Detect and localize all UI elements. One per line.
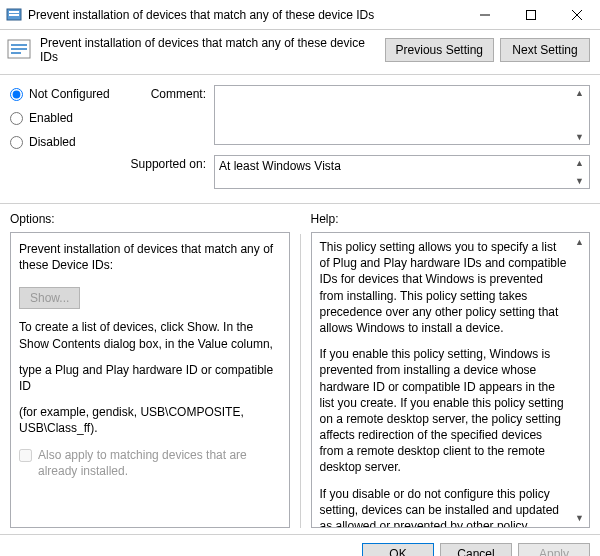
help-p3: If you disable or do not configure this … [320,486,570,528]
radio-not-configured-label: Not Configured [29,87,110,101]
supported-label: Supported on: [130,155,214,189]
cancel-button[interactable]: Cancel [440,543,512,556]
sub-header: Prevent installation of devices that mat… [0,30,600,75]
lower-area: Options: Prevent installation of devices… [0,204,600,534]
options-column: Options: Prevent installation of devices… [0,204,300,534]
app-icon [6,7,22,23]
also-apply-checkbox[interactable] [19,449,32,462]
maximize-button[interactable] [508,0,554,30]
radio-disabled-label: Disabled [29,135,76,149]
policy-icon [6,36,34,64]
options-hint2: type a Plug and Play hardware ID or comp… [19,362,281,394]
help-p2: If you enable this policy setting, Windo… [320,346,570,476]
svg-rect-9 [11,48,27,50]
scroll-down-icon[interactable]: ▼ [572,513,587,523]
ok-button[interactable]: OK [362,543,434,556]
radio-not-configured[interactable]: Not Configured [10,87,130,101]
previous-setting-button[interactable]: Previous Setting [385,38,494,62]
options-header: Options: [10,212,290,226]
config-area: Not Configured Enabled Disabled Comment:… [0,75,600,204]
comment-label: Comment: [130,85,214,149]
scroll-up-icon[interactable]: ▲ [572,88,587,98]
svg-rect-4 [527,10,536,19]
help-column: Help: ▲ ▼ This policy setting allows you… [301,204,601,534]
svg-rect-10 [11,52,21,54]
radio-enabled[interactable]: Enabled [10,111,130,125]
options-intro: Prevent installation of devices that mat… [19,241,281,273]
scroll-up-icon[interactable]: ▲ [572,158,587,168]
svg-rect-2 [9,14,19,16]
help-panel: ▲ ▼ This policy setting allows you to sp… [311,232,591,528]
scroll-down-icon[interactable]: ▼ [572,176,587,186]
also-apply-label: Also apply to matching devices that are … [38,447,281,479]
options-hint1: To create a list of devices, click Show.… [19,319,281,351]
options-panel: Prevent installation of devices that mat… [10,232,290,528]
comment-input[interactable]: ▲ ▼ [214,85,590,145]
svg-rect-1 [9,11,19,13]
next-setting-button[interactable]: Next Setting [500,38,590,62]
minimize-button[interactable] [462,0,508,30]
also-apply-check[interactable]: Also apply to matching devices that are … [19,447,281,479]
help-p1: This policy setting allows you to specif… [320,239,570,336]
svg-rect-8 [11,44,27,46]
footer: OK Cancel Apply [0,534,600,556]
scroll-down-icon[interactable]: ▼ [572,132,587,142]
show-button[interactable]: Show... [19,287,80,309]
radio-disabled[interactable]: Disabled [10,135,130,149]
policy-title: Prevent installation of devices that mat… [40,36,379,64]
state-radios: Not Configured Enabled Disabled [10,85,130,149]
scroll-up-icon[interactable]: ▲ [572,237,587,247]
window-title: Prevent installation of devices that mat… [28,8,462,22]
help-header: Help: [311,212,591,226]
radio-enabled-label: Enabled [29,111,73,125]
supported-on-box: At least Windows Vista ▲ ▼ [214,155,590,189]
title-bar: Prevent installation of devices that mat… [0,0,600,30]
options-hint3: (for example, gendisk, USB\COMPOSITE, US… [19,404,281,436]
supported-on-value: At least Windows Vista [219,159,341,173]
apply-button[interactable]: Apply [518,543,590,556]
close-button[interactable] [554,0,600,30]
